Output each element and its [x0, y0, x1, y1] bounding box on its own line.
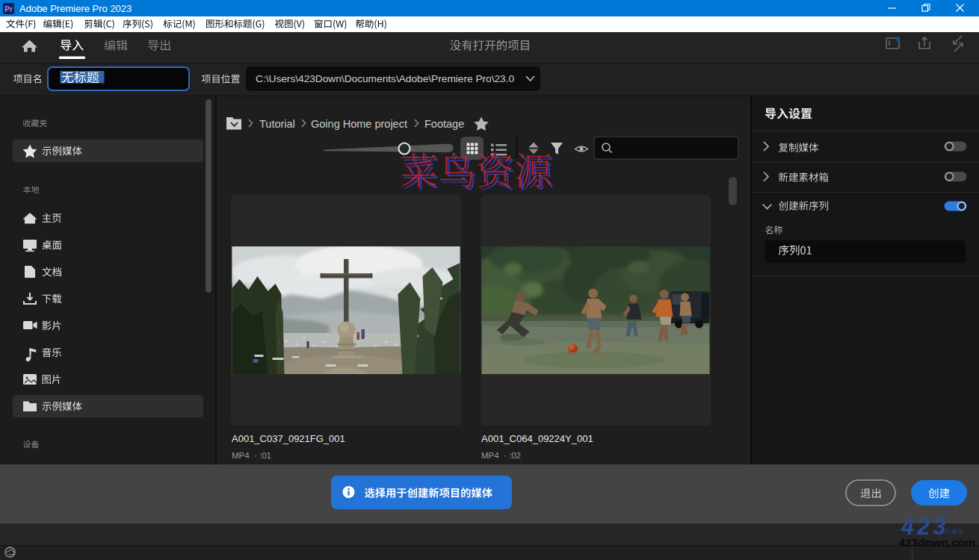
svg-text:·: ·: [504, 451, 507, 460]
svg-text:Pr: Pr: [4, 5, 13, 13]
svg-text:MP4: MP4: [481, 451, 499, 460]
svg-text:C:\Users\423Down\Documents\Ado: C:\Users\423Down\Documents\Adobe\Premier…: [256, 73, 515, 84]
svg-text:A001_C037_0921FG_001: A001_C037_0921FG_001: [232, 433, 345, 444]
svg-text:423down.com: 423down.com: [899, 536, 976, 549]
svg-text:·: ·: [254, 451, 257, 460]
svg-text:Footage: Footage: [424, 118, 464, 130]
svg-text::01: :01: [259, 451, 271, 460]
svg-text:DOWN: DOWN: [939, 528, 964, 535]
svg-text::02: :02: [509, 451, 521, 460]
svg-text:A001_C064_09224Y_001: A001_C064_09224Y_001: [481, 433, 593, 444]
svg-text:Adobe Premiere Pro 2023: Adobe Premiere Pro 2023: [19, 3, 132, 14]
svg-text:MP4: MP4: [232, 451, 250, 460]
svg-text:Tutorial: Tutorial: [259, 118, 295, 130]
svg-text:Going Home project: Going Home project: [311, 118, 407, 130]
